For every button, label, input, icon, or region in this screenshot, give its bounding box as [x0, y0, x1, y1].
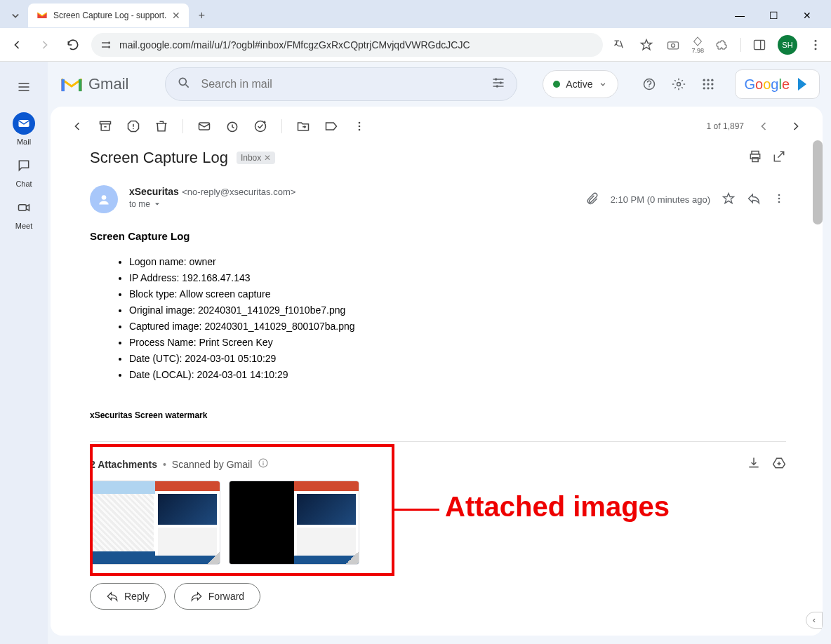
snooze-button[interactable] — [220, 114, 245, 139]
reply-icon[interactable] — [747, 192, 761, 208]
labels-button[interactable] — [319, 114, 344, 139]
minimize-button[interactable]: — — [730, 6, 750, 25]
download-all-icon[interactable] — [747, 456, 761, 472]
meet-icon — [13, 196, 35, 219]
sidepanel-icon[interactable] — [751, 36, 768, 53]
body-title: Screen Capture Log — [90, 230, 786, 242]
help-icon[interactable] — [639, 74, 659, 94]
print-icon[interactable] — [748, 149, 762, 166]
sender-name: xSecuritas — [129, 186, 179, 197]
svg-point-31 — [133, 128, 134, 130]
gmail-app: Mail Chat Meet Gmail — [0, 62, 831, 644]
delete-button[interactable] — [149, 114, 174, 139]
company-badge[interactable]: Google — [735, 69, 820, 99]
svg-point-28 — [712, 87, 714, 89]
tab-close-icon[interactable]: ✕ — [172, 10, 180, 21]
star-icon[interactable] — [722, 192, 736, 208]
more-button[interactable] — [347, 114, 372, 139]
info-icon[interactable] — [258, 457, 269, 471]
reload-button[interactable] — [63, 35, 83, 55]
camera-ext-icon[interactable] — [665, 36, 682, 53]
reply-button[interactable]: Reply — [90, 583, 166, 610]
save-drive-icon[interactable] — [772, 456, 786, 472]
tab-title: Screen Capture Log - support. — [53, 11, 166, 20]
rail-item-mail[interactable]: Mail — [0, 111, 48, 147]
recipient-dropdown[interactable]: to me — [129, 199, 574, 209]
extension-badge[interactable]: 7.98 — [691, 36, 704, 54]
svg-rect-10 — [19, 205, 27, 210]
tabs-dropdown[interactable] — [6, 6, 25, 25]
settings-gear-icon[interactable] — [669, 74, 689, 94]
list-item: Original image: 20240301_141029_f1010be7… — [129, 303, 786, 318]
remove-label-icon[interactable]: ✕ — [264, 153, 271, 163]
list-item: Process Name: Print Screen Key — [129, 335, 786, 350]
email-body: Screen Capture Log Logon name: owner IP … — [90, 230, 786, 420]
scrollbar[interactable] — [813, 140, 823, 224]
archive-button[interactable] — [93, 114, 118, 139]
maximize-button[interactable]: ☐ — [764, 6, 783, 25]
add-task-button[interactable] — [248, 114, 273, 139]
extensions-icon[interactable] — [714, 36, 731, 53]
next-message-button[interactable] — [783, 114, 809, 139]
list-item: Captured image: 20240301_141029_800107ba… — [129, 319, 786, 334]
search-input[interactable] — [201, 78, 481, 90]
company-logo-icon — [794, 76, 811, 93]
apps-grid-icon[interactable] — [698, 74, 718, 94]
status-text: Active — [566, 79, 592, 90]
mark-unread-button[interactable] — [192, 114, 217, 139]
forward-button[interactable]: Forward — [174, 583, 260, 610]
svg-point-27 — [707, 87, 710, 89]
attachment-thumb-2[interactable] — [229, 481, 359, 565]
browser-menu-icon[interactable] — [807, 36, 824, 53]
browser-tab[interactable]: Screen Capture Log - support. ✕ — [28, 4, 189, 27]
rail-label: Mail — [17, 137, 31, 146]
svg-point-46 — [778, 201, 780, 203]
email-container: 1 of 1,897 Screen Capture Log Inbox ✕ — [51, 107, 823, 636]
spam-button[interactable] — [121, 114, 146, 139]
expand-sidepanel-button[interactable]: ‹ — [806, 612, 823, 629]
search-bar[interactable] — [165, 67, 517, 101]
label-chip[interactable]: Inbox ✕ — [237, 152, 275, 164]
attachment-thumb-1[interactable] — [90, 481, 220, 565]
back-to-inbox-button[interactable] — [65, 114, 90, 139]
site-settings-icon[interactable] — [100, 39, 112, 51]
profile-avatar[interactable]: SH — [778, 35, 797, 55]
svg-point-39 — [359, 129, 361, 131]
new-tab-button[interactable]: + — [192, 6, 211, 25]
url-field[interactable]: mail.google.com/mail/u/1/?ogbl#inbox/FMf… — [91, 33, 603, 57]
rail-item-chat[interactable]: Chat — [0, 153, 48, 189]
attachment-thumbnails — [90, 481, 786, 565]
svg-point-20 — [703, 79, 705, 81]
left-rail: Mail Chat Meet — [0, 62, 48, 644]
window-controls: — ☐ ✕ — [730, 6, 825, 25]
svg-point-13 — [180, 78, 187, 85]
svg-point-45 — [778, 197, 780, 199]
sender-avatar[interactable] — [90, 185, 118, 213]
back-button[interactable] — [7, 35, 27, 55]
chat-icon — [13, 154, 35, 177]
rail-item-meet[interactable]: Meet — [0, 195, 48, 232]
list-item: Date (LOCAL): 2024-03-01 14:10:29 — [129, 368, 786, 382]
reply-arrow-icon — [106, 590, 119, 603]
forward-button[interactable] — [35, 35, 55, 55]
bookmark-star-icon[interactable] — [638, 36, 655, 53]
main-menu-button[interactable] — [8, 72, 39, 102]
svg-point-24 — [707, 83, 710, 85]
attachments-section: 2 Attachments • Scanned by Gmail — [90, 441, 786, 565]
translate-icon[interactable] — [611, 36, 628, 53]
svg-point-0 — [108, 41, 110, 43]
svg-rect-29 — [100, 121, 111, 123]
close-window-button[interactable]: ✕ — [797, 6, 817, 25]
message-more-icon[interactable] — [772, 192, 786, 208]
svg-rect-11 — [62, 79, 65, 91]
gmail-logo[interactable]: Gmail — [59, 75, 128, 93]
open-new-window-icon[interactable] — [772, 149, 786, 166]
email-time: 2:10 PM (0 minutes ago) — [611, 194, 710, 205]
move-to-button[interactable] — [291, 114, 316, 139]
gmail-main: Gmail Active Goo — [48, 62, 831, 644]
email-subject: Screen Capture Log — [90, 149, 228, 167]
prev-message-button[interactable] — [751, 114, 776, 139]
search-options-icon[interactable] — [491, 76, 505, 93]
browser-chrome: Screen Capture Log - support. ✕ + — ☐ ✕ … — [0, 0, 831, 62]
status-pill[interactable]: Active — [543, 70, 618, 98]
